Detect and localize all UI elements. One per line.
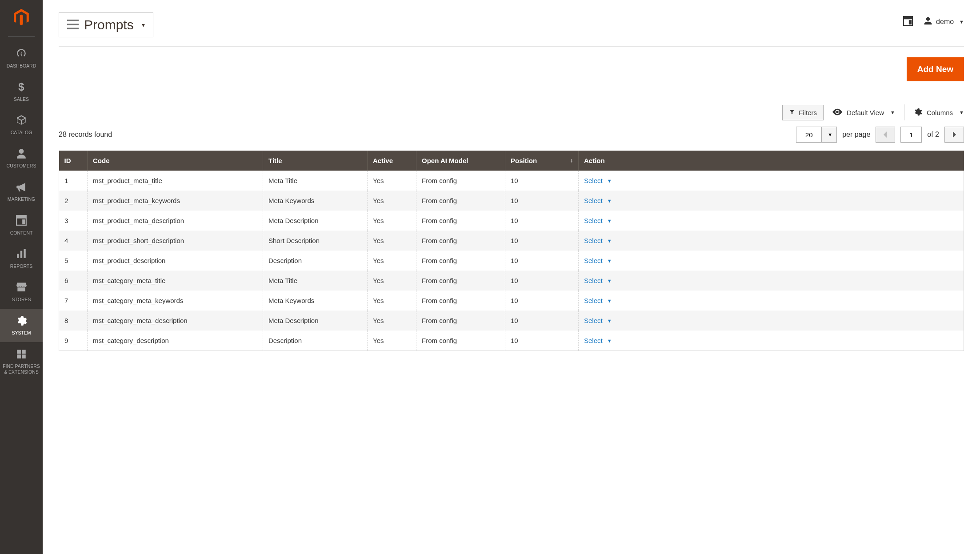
action-bar: Add New <box>59 46 964 92</box>
gear-icon <box>913 108 922 118</box>
cell-position: 10 <box>505 331 579 351</box>
col-header-title[interactable]: Title <box>263 151 368 171</box>
cell-model: From config <box>416 171 505 191</box>
filters-label: Filters <box>799 109 817 116</box>
sidebar-item-catalog[interactable]: CATALOG <box>0 108 43 141</box>
row-action-select[interactable]: Select ▼ <box>584 177 612 184</box>
col-header-position-label: Position <box>511 157 537 164</box>
cell-action: Select ▼ <box>579 291 964 311</box>
page-title: Prompts <box>84 17 134 32</box>
table-row[interactable]: 3mst_product_meta_descriptionMeta Descri… <box>59 211 964 231</box>
row-action-select[interactable]: Select ▼ <box>584 197 612 204</box>
row-action-select[interactable]: Select ▼ <box>584 217 612 224</box>
svg-text:$: $ <box>18 81 24 92</box>
cell-active: Yes <box>368 291 416 311</box>
crates-icon <box>16 348 27 361</box>
sidebar-item-marketing[interactable]: MARKETING <box>0 175 43 208</box>
cell-action: Select ▼ <box>579 331 964 351</box>
cell-title: Description <box>263 251 368 271</box>
caret-down-icon: ▼ <box>607 298 612 303</box>
user-menu-button[interactable]: demo ▼ <box>924 16 964 27</box>
cell-position: 10 <box>505 271 579 291</box>
cell-model: From config <box>416 271 505 291</box>
cell-model: From config <box>416 311 505 331</box>
user-label: demo <box>936 18 954 26</box>
row-action-select[interactable]: Select ▼ <box>584 237 612 244</box>
per-page-dropdown-button[interactable]: ▼ <box>822 127 837 143</box>
table-row[interactable]: 6mst_category_meta_titleMeta TitleYesFro… <box>59 271 964 291</box>
svg-rect-3 <box>22 219 25 224</box>
sidebar-item-label: SYSTEM <box>12 330 31 336</box>
col-header-active[interactable]: Active <box>368 151 416 171</box>
cell-code: mst_category_description <box>88 331 263 351</box>
caret-down-icon: ▼ <box>607 238 612 243</box>
dollar-icon: $ <box>16 81 27 94</box>
cell-active: Yes <box>368 231 416 251</box>
funnel-icon <box>789 109 795 116</box>
cell-id: 5 <box>59 251 88 271</box>
cube-icon <box>16 114 27 127</box>
bars-icon <box>16 248 27 261</box>
main-content: Prompts ▾ demo ▼ Add New <box>43 0 980 554</box>
cell-title: Meta Title <box>263 171 368 191</box>
per-page-input[interactable] <box>796 127 822 143</box>
row-action-select[interactable]: Select ▼ <box>584 277 612 284</box>
col-header-model[interactable]: Open AI Model <box>416 151 505 171</box>
chevron-left-icon <box>883 132 888 138</box>
table-row[interactable]: 2mst_product_meta_keywordsMeta KeywordsY… <box>59 191 964 211</box>
sidebar-item-content[interactable]: CONTENT <box>0 208 43 242</box>
row-action-select[interactable]: Select ▼ <box>584 337 612 344</box>
table-row[interactable]: 4mst_product_short_descriptionShort Desc… <box>59 231 964 251</box>
page-title-scope-button[interactable]: Prompts ▾ <box>59 12 153 37</box>
gear-icon <box>16 315 27 328</box>
cell-code: mst_category_meta_title <box>88 271 263 291</box>
table-row[interactable]: 7mst_category_meta_keywordsMeta Keywords… <box>59 291 964 311</box>
table-row[interactable]: 9mst_category_descriptionDescriptionYesF… <box>59 331 964 351</box>
cell-id: 1 <box>59 171 88 191</box>
columns-button[interactable]: Columns ▼ <box>913 108 964 118</box>
cell-active: Yes <box>368 251 416 271</box>
cell-active: Yes <box>368 311 416 331</box>
svg-rect-4 <box>17 254 19 258</box>
cell-position: 10 <box>505 291 579 311</box>
cell-model: From config <box>416 291 505 311</box>
col-header-action[interactable]: Action <box>579 151 964 171</box>
prompts-grid: ID Code Title Active Open AI Model Posit… <box>59 151 964 351</box>
sidebar-item-find-partners-extensions[interactable]: FIND PARTNERS & EXTENSIONS <box>0 342 43 381</box>
row-action-select[interactable]: Select ▼ <box>584 297 612 304</box>
table-row[interactable]: 5mst_product_descriptionDescriptionYesFr… <box>59 251 964 271</box>
page-of-label: of 2 <box>927 131 939 139</box>
table-row[interactable]: 1mst_product_meta_titleMeta TitleYesFrom… <box>59 171 964 191</box>
add-new-button[interactable]: Add New <box>907 57 964 81</box>
sidebar-item-system[interactable]: SYSTEM <box>0 309 43 342</box>
cell-active: Yes <box>368 171 416 191</box>
cell-model: From config <box>416 331 505 351</box>
sidebar-item-reports[interactable]: REPORTS <box>0 242 43 275</box>
caret-down-icon: ▼ <box>607 218 612 223</box>
layout-switch-icon[interactable] <box>903 16 913 28</box>
filters-button[interactable]: Filters <box>782 105 824 120</box>
sidebar-item-customers[interactable]: CUSTOMERS <box>0 142 43 175</box>
row-action-select[interactable]: Select ▼ <box>584 317 612 324</box>
default-view-button[interactable]: Default View ▼ <box>832 108 895 117</box>
sidebar-item-stores[interactable]: STORES <box>0 275 43 308</box>
prev-page-button[interactable] <box>876 127 895 143</box>
magento-logo[interactable] <box>12 8 31 28</box>
table-row[interactable]: 8mst_category_meta_descriptionMeta Descr… <box>59 311 964 331</box>
caret-down-icon: ▼ <box>607 198 612 203</box>
sidebar-item-label: CONTENT <box>10 230 33 236</box>
cell-position: 10 <box>505 311 579 331</box>
sidebar-item-label: FIND PARTNERS & EXTENSIONS <box>2 363 41 375</box>
cell-id: 7 <box>59 291 88 311</box>
col-header-code[interactable]: Code <box>88 151 263 171</box>
current-page-input[interactable] <box>900 127 922 143</box>
sidebar-item-sales[interactable]: $SALES <box>0 75 43 108</box>
col-header-id[interactable]: ID <box>59 151 88 171</box>
col-header-position[interactable]: Position ↓ <box>505 151 579 171</box>
cell-code: mst_product_short_description <box>88 231 263 251</box>
sidebar-item-dashboard[interactable]: DASHBOARD <box>0 41 43 75</box>
caret-down-icon: ▼ <box>828 132 832 137</box>
sidebar-item-label: CUSTOMERS <box>7 163 36 169</box>
next-page-button[interactable] <box>944 127 964 143</box>
row-action-select[interactable]: Select ▼ <box>584 257 612 264</box>
